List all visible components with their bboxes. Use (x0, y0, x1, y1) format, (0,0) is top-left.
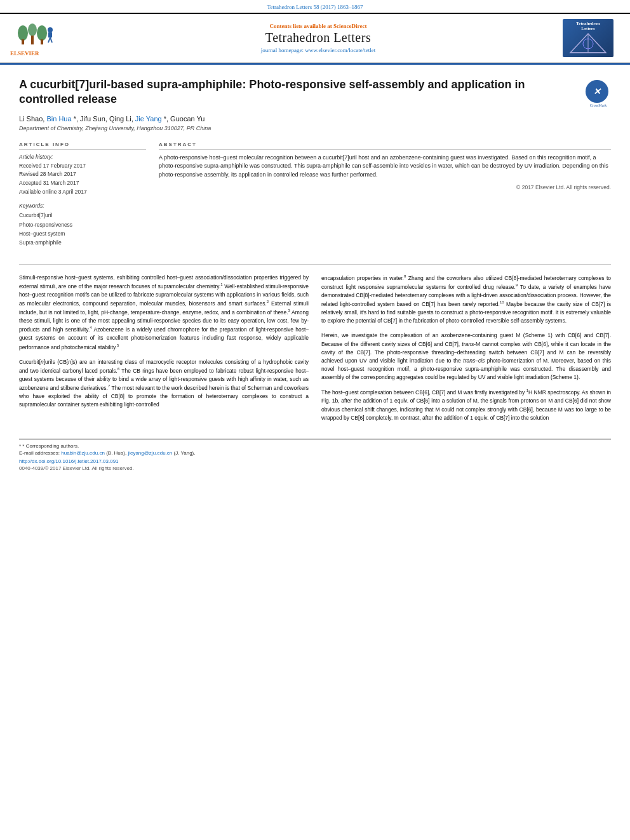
body-para-right-2: Herein, we investigate the complexation … (321, 331, 611, 382)
ref-9: 9 (516, 283, 518, 287)
crossmark-box[interactable]: ✕ CrossMark (586, 80, 611, 105)
journal-citation-bar: Tetrahedron Letters 58 (2017) 1863–1867 (0, 0, 630, 13)
corresponding-authors-note: * * Corresponding authors. (19, 443, 611, 449)
svg-point-2 (28, 23, 37, 36)
body-divider (19, 264, 611, 265)
author-bin-hua[interactable]: Bin Hua (46, 115, 71, 123)
keywords-header: Keywords: (19, 203, 146, 209)
email-2-person: (J. Yang). (174, 450, 196, 456)
svg-rect-8 (48, 32, 52, 37)
crossmark-label: CrossMark (586, 103, 611, 107)
italic-n2: n (68, 359, 71, 365)
ref-4: 4 (90, 326, 91, 330)
author-jie-yang[interactable]: Jie Yang (135, 115, 162, 123)
abstract-label: ABSTRACT (159, 142, 611, 150)
italic-n: n (41, 359, 44, 365)
footnote-section: * * Corresponding authors. E-mail addres… (19, 439, 611, 471)
sciencedirect-link: Contents lists available at ScienceDirec… (74, 23, 563, 29)
sciencedirect-brand[interactable]: ScienceDirect (333, 23, 366, 29)
journal-header: ELSEVIER Contents lists available at Sci… (0, 13, 630, 63)
journal-thumbnail-box: TetrahedronLetters (563, 19, 620, 57)
article-available: Available online 3 April 2017 (19, 188, 146, 197)
article-info-panel: ARTICLE INFO Article history: Received 1… (19, 142, 146, 254)
email-2-link[interactable]: jieyang@zju.edu.cn (128, 450, 172, 456)
email-1-link[interactable]: huabin@zju.edu.cn (61, 450, 105, 456)
copyright-line: © 2017 Elsevier Ltd. All rights reserved… (159, 184, 611, 190)
article-history-block: Article history: Received 17 February 20… (19, 154, 146, 196)
ref-10: 10 (500, 300, 504, 304)
author-star-2: * (164, 115, 166, 123)
journal-cover-thumbnail: TetrahedronLetters (563, 19, 613, 57)
issn-line: 0040-4039/© 2017 Elsevier Ltd. All right… (19, 465, 611, 471)
article-info-row: ARTICLE INFO Article history: Received 1… (19, 142, 611, 254)
body-para-2: Cucurbit[n]urils (CB[n]s) are an interes… (19, 358, 309, 410)
svg-rect-0 (10, 20, 61, 49)
article-received: Received 17 February 2017 (19, 162, 146, 171)
italic-trans: trans (462, 341, 474, 347)
svg-rect-5 (31, 36, 34, 44)
article-content: A cucurbit[7]uril-based supra-amphiphile… (0, 65, 630, 484)
svg-rect-4 (22, 39, 24, 44)
journal-title: Tetrahedron Letters (74, 30, 563, 45)
body-col-left: Stimuli-responsive host–guest systems, e… (19, 274, 309, 429)
abstract-text: A photo-responsive host–guest molecular … (159, 154, 611, 180)
keyword-4: Supra-amphiphile (19, 238, 146, 247)
article-revised: Revised 28 March 2017 (19, 170, 146, 179)
elsevier-text: ELSEVIER (10, 50, 39, 57)
email-1-person: (B. Hua), (106, 450, 126, 456)
ref-8: 8 (404, 274, 406, 278)
svg-point-1 (18, 25, 28, 41)
body-col-right: encapsulation properties in water.8 Zhan… (321, 274, 611, 429)
journal-header-center: Contents lists available at ScienceDirec… (74, 23, 563, 53)
keyword-3: Host–guest system (19, 229, 146, 238)
journal-homepage: journal homepage: www.elsevier.com/locat… (74, 47, 563, 53)
svg-point-7 (48, 27, 53, 32)
author-star-1: * (74, 115, 76, 123)
article-history-header: Article history: (19, 154, 146, 160)
ref-3: 3 (288, 309, 290, 312)
ref-6: 6 (117, 367, 119, 371)
italic-trans-cis: trans–cis (463, 357, 485, 364)
article-title: A cucurbit[7]uril-based supra-amphiphile… (19, 77, 579, 107)
article-accepted: Accepted 31 March 2017 (19, 179, 146, 188)
body-para-right-3: The host–guest complexation between CB[6… (321, 388, 611, 422)
body-para-1: Stimuli-responsive host–guest systems, e… (19, 274, 309, 352)
body-text-columns: Stimuli-responsive host–guest systems, e… (19, 274, 611, 429)
svg-rect-6 (41, 39, 43, 44)
keywords-block: Keywords: Cucurbit[7]uril Photo-responsi… (19, 203, 146, 248)
keyword-1: Cucurbit[7]uril (19, 211, 146, 220)
ref-5: 5 (117, 343, 119, 347)
keywords-list: Cucurbit[7]uril Photo-responsiveness Hos… (19, 211, 146, 248)
ref-7: 7 (108, 384, 110, 388)
body-para-right-1: encapsulation properties in water.8 Zhan… (321, 274, 611, 326)
svg-point-3 (37, 25, 47, 41)
elsevier-logo-image (10, 20, 61, 49)
affiliation: Department of Chemistry, Zhejiang Univer… (19, 125, 611, 131)
doi-line[interactable]: http://dx.doi.org/10.1016/j.tetlet.2017.… (19, 458, 611, 464)
crossmark-icon[interactable]: ✕ (586, 80, 608, 103)
thumbnail-title: TetrahedronLetters (569, 21, 607, 31)
elsevier-logo-box: ELSEVIER (10, 20, 74, 57)
ref-1: 1 (220, 283, 222, 286)
authors-line: Li Shao, Bin Hua *, Jifu Sun, Qing Li, J… (19, 115, 611, 123)
ref-1h: 1 (526, 389, 528, 392)
abstract-panel: ABSTRACT A photo-responsive host–guest m… (159, 142, 611, 254)
keyword-2: Photo-responsiveness (19, 220, 146, 229)
article-info-label: ARTICLE INFO (19, 142, 146, 150)
email-line: E-mail addresses: huabin@zju.edu.cn (B. … (19, 450, 611, 456)
title-row: A cucurbit[7]uril-based supra-amphiphile… (19, 77, 611, 115)
page-wrapper: Tetrahedron Letters 58 (2017) 1863–1867 (0, 0, 630, 840)
ref-2: 2 (267, 300, 269, 303)
journal-citation: Tetrahedron Letters 58 (2017) 1863–1867 (267, 4, 363, 10)
